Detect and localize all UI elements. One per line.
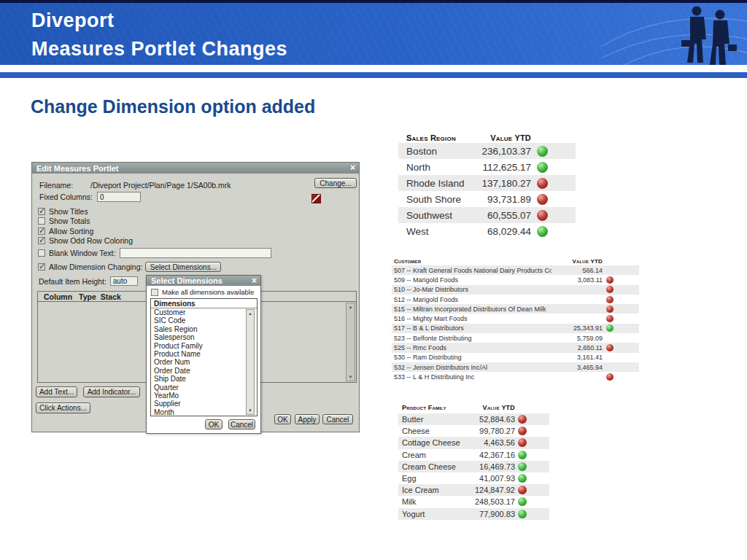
table-row[interactable]: Cream Cheese 16,469.73 — [398, 461, 549, 472]
header-divider-white — [0, 65, 747, 72]
dimension-list-item[interactable]: Ship Date — [151, 375, 257, 383]
dimension-list-item[interactable]: Sales Region — [151, 325, 257, 333]
table-row[interactable]: 517 -- B & L Distributors 25,343.91 — [392, 324, 639, 333]
allow-dimension-changing-checkbox[interactable] — [38, 263, 45, 271]
table-row[interactable]: Milk 248,503.17 — [398, 496, 549, 508]
scroll-down-icon[interactable]: ▼ — [347, 373, 355, 381]
click-actions-button[interactable]: Click Actions... — [36, 402, 90, 413]
row-label: North — [398, 162, 464, 173]
table-row[interactable]: 515 -- Miltran Incorporated Distributors… — [392, 304, 639, 314]
column-header-stack[interactable]: Stack — [101, 292, 121, 301]
column-header-value-ytd[interactable]: Value YTD — [464, 133, 531, 142]
fixed-columns-input[interactable] — [97, 192, 141, 202]
row-label: 512 -- Marigold Foods — [392, 296, 551, 303]
table-row[interactable]: 516 -- Mighty Mart Foods — [392, 314, 639, 323]
row-label: West — [398, 226, 464, 237]
status-indicator — [606, 324, 614, 332]
checkbox[interactable] — [38, 228, 45, 235]
change-button[interactable]: Change... — [314, 178, 357, 188]
dimension-list-item[interactable]: Supplier — [151, 400, 257, 408]
dimension-list-item[interactable]: SIC Code — [151, 316, 257, 324]
table-row[interactable]: South Shore 93,731.89 — [398, 191, 576, 207]
table-row[interactable]: North 112,625.17 — [398, 159, 576, 175]
dimension-list-item[interactable]: Product Family — [151, 342, 257, 350]
row-value: 93,731.89 — [464, 194, 531, 205]
filename-value: /Diveport Project/Plan/Page 1/SA00b.mrk — [90, 181, 231, 190]
table-row[interactable]: 532 -- Jensen Distributors Inc/Al 3,465.… — [392, 362, 639, 372]
column-header-value-ytd[interactable]: Value YTD — [551, 258, 603, 265]
status-indicator — [518, 510, 527, 518]
table-row[interactable]: Cheese 99,780.27 — [398, 425, 549, 437]
dimension-list-item[interactable]: Quarter — [151, 384, 257, 392]
popup-ok-button[interactable]: OK — [205, 419, 222, 429]
dimension-list-item[interactable]: YearMo — [151, 392, 257, 400]
status-indicator — [518, 486, 527, 494]
table-row[interactable]: 525 -- Rmc Foods 2,650.11 — [392, 343, 639, 352]
select-dimensions-button[interactable]: Select Dimensions... — [145, 262, 221, 272]
scroll-down-icon[interactable]: ▼ — [247, 407, 254, 414]
row-value: 248,503.17 — [465, 497, 515, 506]
dimensions-scrollbar[interactable]: ▲ ▼ — [246, 309, 255, 415]
add-text-button[interactable]: Add Text... — [36, 386, 77, 397]
table-row[interactable]: Yogurt 77,900.83 — [398, 508, 549, 520]
row-value: 16,469.73 — [465, 462, 515, 471]
column-header-customer[interactable]: Customer — [392, 258, 551, 265]
row-label: 523 -- Belfonte Distributing — [392, 335, 551, 342]
row-label: Ice Cream — [398, 486, 465, 494]
dimension-list-item[interactable]: Order Num — [151, 358, 257, 366]
table-row[interactable]: West 68,029.44 — [398, 223, 576, 239]
make-all-dimensions-checkbox[interactable] — [151, 289, 158, 296]
table-row[interactable]: 530 -- Ram Distributing 3,161.41 — [392, 353, 639, 362]
diagonal-red-swatch-icon[interactable] — [311, 194, 321, 203]
ok-button[interactable]: OK — [274, 414, 291, 424]
dimension-list-item[interactable]: Customer — [151, 308, 257, 316]
table-row[interactable]: 509 -- Marigold Foods 3,083.11 — [392, 275, 639, 284]
cancel-button[interactable]: Cancel — [322, 414, 353, 424]
table-row[interactable]: Southwest 60,555.07 — [398, 207, 576, 223]
scroll-up-icon[interactable]: ▲ — [247, 310, 254, 317]
table-row[interactable]: 512 -- Marigold Foods — [392, 295, 639, 304]
table-row[interactable]: 533 -- L & H Distributing Inc — [392, 372, 639, 381]
table-row[interactable]: 523 -- Belfonte Distributing 5,759.09 — [392, 333, 639, 343]
column-header-sales-region[interactable]: Sales Region — [398, 133, 464, 142]
row-value: 3,465.94 — [551, 364, 603, 371]
blank-window-text-input[interactable] — [120, 248, 271, 258]
column-header-column[interactable]: Column — [44, 292, 72, 301]
table-row[interactable]: 507 -- Kraft General Foods National Dair… — [392, 265, 639, 275]
customer-table: Customer Value YTD 507 -- Kraft General … — [392, 257, 639, 382]
table-row[interactable]: Egg 41,007.93 — [398, 472, 549, 484]
close-icon[interactable]: × — [350, 163, 355, 173]
default-item-height-input[interactable] — [110, 276, 138, 286]
popup-titlebar[interactable]: Select Dimensions × — [147, 276, 260, 286]
dimension-list-item[interactable]: Order Date — [151, 367, 257, 375]
column-header-type[interactable]: Type — [79, 292, 96, 301]
column-header-product-family[interactable]: Product Family — [398, 404, 465, 411]
row-value: 5,759.09 — [551, 335, 603, 342]
dialog-titlebar[interactable]: Edit Measures Portlet × — [32, 163, 359, 174]
select-dimensions-dialog: Select Dimensions × Make all dimensions … — [146, 275, 261, 434]
blank-window-text-checkbox[interactable] — [38, 249, 45, 257]
close-icon[interactable]: × — [252, 276, 257, 286]
add-indicator-button[interactable]: Add Indicator... — [83, 386, 140, 397]
slide-title-line2: Measures Portlet Changes — [31, 35, 287, 63]
table-row[interactable]: Boston 236,103.37 — [398, 143, 576, 159]
column-header-value-ytd[interactable]: Value YTD — [465, 404, 515, 411]
table-row[interactable]: Butter 52,884.63 — [398, 413, 549, 425]
table-row[interactable]: Cream 42,367.16 — [398, 449, 549, 461]
popup-cancel-button[interactable]: Cancel — [228, 419, 255, 429]
scroll-up-icon[interactable]: ▲ — [347, 303, 355, 311]
dimension-list-item[interactable]: Salesperson — [151, 333, 257, 341]
default-item-height-label: Default Item Height: — [39, 277, 107, 286]
checkbox[interactable] — [38, 217, 45, 225]
apply-button[interactable]: Apply — [295, 414, 320, 424]
dimension-list-item[interactable]: Month — [151, 408, 257, 416]
checkbox[interactable] — [38, 208, 45, 215]
table-row[interactable]: Ice Cream 124,847.92 — [398, 484, 549, 496]
customer-table-header: Customer Value YTD — [392, 257, 639, 265]
table-row[interactable]: Rhode Island 137,180.27 — [398, 175, 576, 191]
checkbox[interactable] — [38, 237, 45, 244]
column-list-scrollbar[interactable]: ▲ ▼ — [346, 303, 355, 381]
dimension-list-item[interactable]: Product Name — [151, 350, 257, 358]
table-row[interactable]: Cottage Cheese 4,463.56 — [398, 437, 549, 448]
table-row[interactable]: 510 -- Jo-Mar Distributors — [392, 285, 639, 295]
